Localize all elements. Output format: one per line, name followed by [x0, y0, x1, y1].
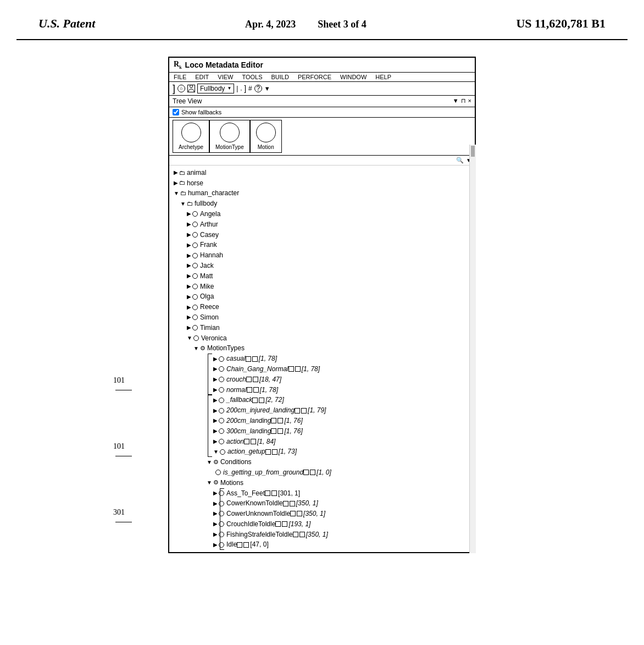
checkbox2[interactable] [277, 418, 283, 423]
tree-item-fishing-strafe[interactable]: ▶ FishingStrafeldleToldle [350, 1] [170, 530, 474, 540]
tree-item-idle[interactable]: ▶ Idle [47, 0] [170, 539, 474, 550]
tree-item-matt[interactable]: ▶ Matt [170, 271, 474, 282]
checkbox1[interactable] [303, 470, 309, 475]
tree-item-human-character[interactable]: ▼ 🗀 human_character [170, 188, 474, 199]
menu-edit[interactable]: EDIT [195, 74, 209, 80]
menu-tools[interactable]: TOOLS [242, 74, 262, 80]
checkbox2[interactable] [243, 542, 249, 548]
checkbox1[interactable] [265, 449, 271, 455]
tree-item-timian[interactable]: ▶ Timian [170, 323, 474, 333]
tree-item-fallback[interactable]: ▶ _fallback [2, 72] [170, 395, 474, 405]
checkbox2[interactable] [310, 470, 315, 475]
menu-view[interactable]: VIEW [218, 74, 233, 80]
panel-dock[interactable]: ⊓ [461, 97, 466, 104]
checkbox2[interactable] [251, 439, 256, 444]
tree-item-conditions[interactable]: ▼ ⚙ Conditions [170, 457, 474, 467]
circle-icon [192, 242, 198, 248]
tree-item-casey[interactable]: ▶ Casey [170, 230, 474, 240]
menu-file[interactable]: FILE [174, 74, 186, 80]
tree-item-cower-unknown[interactable]: ▶ CowerUnknownToldle [350, 1] [170, 509, 474, 519]
tree-item-arthur[interactable]: ▶ Arthur [170, 219, 474, 230]
checkbox1[interactable] [283, 501, 288, 506]
menu-window[interactable]: WINDOW [340, 74, 367, 80]
tree-item-crouch-idle[interactable]: ▶ CrouchIdleToldle [193, 1] [170, 519, 474, 530]
checkbox1[interactable] [265, 490, 270, 496]
category-motiontype[interactable]: MotionType [209, 120, 250, 153]
tree-item-veronica[interactable]: ▼ Veronica [170, 333, 474, 344]
show-fallbacks-checkbox[interactable] [173, 109, 179, 115]
checkbox1[interactable] [271, 418, 276, 423]
tree-item-chain-gang-normal[interactable]: ▶ Chain_Gang_Normal [1, 78] [170, 364, 474, 374]
tree-item-motiontypes[interactable]: ▼ ⚙ MotionTypes [170, 343, 474, 354]
checkbox1[interactable] [237, 542, 242, 548]
checkbox2[interactable] [271, 490, 277, 496]
panel-close[interactable]: × [468, 97, 471, 104]
category-motion[interactable]: Motion [250, 120, 282, 153]
toolbar-question[interactable]: ? [254, 85, 262, 92]
checkbox1[interactable] [244, 439, 249, 444]
checkbox2[interactable] [282, 521, 287, 527]
checkbox2[interactable] [295, 366, 301, 372]
checkbox2[interactable] [272, 449, 277, 455]
checkbox1[interactable] [271, 428, 276, 434]
tree-item-simon[interactable]: ▶ Simon [170, 312, 474, 323]
tree-item-frank[interactable]: ▶ Frank [170, 240, 474, 250]
tree-item-jack[interactable]: ▶ Jack [170, 261, 474, 271]
tree-item-olga[interactable]: ▶ Olga [170, 291, 474, 302]
menu-help[interactable]: HELP [375, 74, 391, 80]
tree-item-200cm-injured-landing[interactable]: ▶ 200cm_injured_landing [1, 79] [170, 405, 474, 416]
tree-item-casual[interactable]: ▶ casual [1, 78] [170, 354, 474, 364]
tree-item-normal[interactable]: ▶ normal [1, 78] [170, 385, 474, 395]
checkbox1[interactable] [252, 398, 258, 403]
toolbar-fullbody-dropdown[interactable]: Fullbody ▼ [197, 84, 234, 93]
panel-pin[interactable]: ▼ [453, 97, 459, 104]
checkbox1[interactable] [247, 387, 252, 393]
tree-item-hannah[interactable]: ▶ Hannah [170, 250, 474, 261]
scrollbar[interactable] [469, 145, 476, 553]
search-bar: 🔍 ▼ [169, 156, 475, 166]
checkbox2[interactable] [301, 408, 307, 414]
category-archetype[interactable]: Archetype [173, 120, 209, 153]
checkbox2[interactable] [277, 428, 283, 434]
menu-perforce[interactable]: PERFORCE [298, 74, 331, 80]
toolbar-circle-btn[interactable]: ○ [177, 85, 185, 92]
checkbox2[interactable] [299, 532, 305, 537]
checkbox1[interactable] [275, 521, 281, 527]
expand-arrow: ▶ [187, 313, 191, 321]
tree-item-300cm-landing[interactable]: ▶ 300cm_landing [1, 76] [170, 426, 474, 437]
tree-item-ass-to-feet[interactable]: ▶ Ass_To_Feet [301, 1] [170, 488, 474, 499]
tree-item-fullbody[interactable]: ▼ 🗀 fullbody [170, 199, 474, 209]
checkbox1[interactable] [246, 377, 252, 382]
tree-item-angela[interactable]: ▶ Angela [170, 209, 474, 219]
toolbar-settings[interactable]: ▼ [264, 85, 270, 92]
checkbox2[interactable] [252, 356, 258, 362]
tree-item-200cm-landing[interactable]: ▶ 200cm_landing [1, 76] [170, 416, 474, 426]
tree-item-action[interactable]: ▶ action [1, 84] [170, 437, 474, 447]
checkbox2[interactable] [259, 398, 264, 403]
checkbox2[interactable] [290, 501, 295, 506]
tree-item-is-getting-up[interactable]: is_getting_up_from_ground [1, 0] [170, 467, 474, 478]
checkbox1[interactable] [293, 532, 298, 537]
tree-item-mike[interactable]: ▶ Mike [170, 282, 474, 292]
annotation-101-first: 101 [113, 376, 132, 394]
menu-build[interactable]: BUILD [271, 74, 289, 80]
checkbox2[interactable] [297, 511, 302, 516]
item-label: Jack [200, 261, 214, 271]
checkbox1[interactable] [246, 356, 251, 362]
checkbox2[interactable] [253, 387, 259, 393]
toolbar-person-icon[interactable] [187, 85, 195, 92]
checkbox1[interactable] [288, 366, 294, 372]
tree-item-animal[interactable]: ▶ 🗀 animal [170, 168, 474, 178]
checkbox1[interactable] [295, 408, 300, 414]
checkbox2[interactable] [253, 377, 258, 382]
circle-icon [192, 232, 198, 238]
expand-arrow: ▶ [213, 427, 218, 435]
tree-item-motions[interactable]: ▼ ⚙ Motions [170, 478, 474, 488]
checkbox1[interactable] [290, 511, 296, 516]
tree-item-cower-known[interactable]: ▶ CowerKnownToldle [350, 1] [170, 498, 474, 509]
tree-item-crouch[interactable]: ▶ crouch [18, 47] [170, 374, 474, 385]
tree-item-reece[interactable]: ▶ Reece [170, 302, 474, 312]
tree-item-horse[interactable]: ▶ 🗀 horse [170, 178, 474, 189]
tree-item-action-getup[interactable]: ▼ action_getup [1, 73] [170, 446, 474, 457]
expand-arrow: ▼ [180, 200, 186, 208]
